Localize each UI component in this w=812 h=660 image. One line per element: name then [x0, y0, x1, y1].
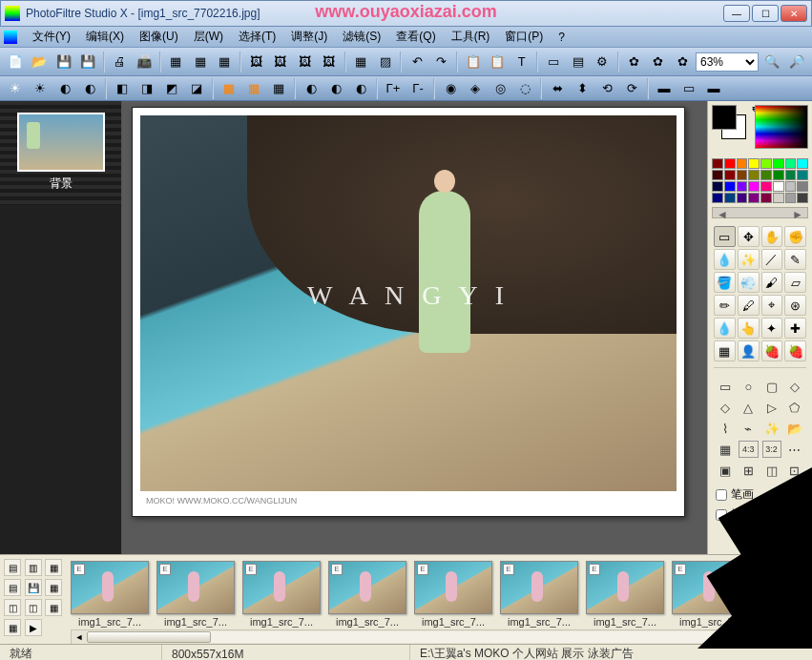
polyline-shape-icon[interactable]: ⌁ [739, 420, 758, 437]
polygon-shape-icon[interactable]: ⬠ [785, 399, 804, 416]
color-spectrum[interactable] [755, 105, 808, 149]
thumbnail-item[interactable]: img1_src_7... [242, 561, 321, 628]
gamma-auto-minus-icon[interactable]: Γ- [406, 77, 429, 100]
marquee-icon[interactable]: ◫ [762, 462, 781, 479]
triangle-shape-icon[interactable]: △ [739, 399, 758, 416]
print-icon[interactable]: 🖨 [109, 51, 131, 73]
thumbnail-item[interactable]: img1_src_7... [71, 561, 149, 628]
saturation-minus-icon[interactable]: ◩ [160, 77, 183, 100]
art-tool-icon[interactable]: 🍓 [784, 340, 806, 361]
fgbg-swatch[interactable]: ⇄ [712, 105, 748, 141]
smudge-tool-icon[interactable]: 👆 [738, 318, 760, 339]
brightness-plus-icon[interactable]: ☀ [29, 77, 52, 100]
menu-image[interactable]: 图像(U) [132, 29, 186, 45]
pen-tool-icon[interactable]: ✎ [784, 249, 806, 270]
palette-swatch[interactable] [748, 170, 760, 180]
scan-icon[interactable]: 📠 [133, 51, 155, 73]
thumbnail-item[interactable]: img1_src_7... [586, 561, 664, 628]
copy-icon[interactable]: 📋 [462, 51, 484, 73]
rect-shape-icon[interactable]: ▭ [716, 378, 735, 395]
stamp-tool-icon[interactable]: ⊛ [784, 295, 806, 316]
new-icon[interactable]: 📄 [4, 51, 26, 73]
image-canvas[interactable]: W A N G Y I [140, 115, 677, 491]
negative-icon[interactable]: ◐ [349, 77, 372, 100]
palette-swatch[interactable] [748, 181, 760, 192]
palette-swatch[interactable] [737, 193, 748, 203]
spray-tool-icon[interactable]: 💨 [738, 272, 760, 293]
eraser-tool-icon[interactable]: ▱ [784, 272, 806, 293]
gradient-icon[interactable]: ▬ [653, 77, 676, 100]
triangle2-shape-icon[interactable]: ▷ [762, 399, 781, 416]
palette-swatch[interactable] [760, 181, 772, 192]
palette-swatch[interactable] [797, 193, 808, 203]
palette-swatch[interactable] [712, 193, 723, 203]
bucket-tool-icon[interactable]: 🪣 [714, 272, 736, 293]
saveas-icon[interactable]: 💾 [76, 51, 98, 73]
close-button[interactable]: ✕ [781, 5, 807, 22]
paste-icon[interactable]: 📋 [487, 51, 509, 73]
diamond-shape-icon[interactable]: ◇ [716, 399, 735, 416]
menu-view[interactable]: 查看(Q) [388, 29, 443, 45]
transparency-icon[interactable]: ▨ [374, 51, 396, 73]
flip-h-icon[interactable]: ⬌ [546, 77, 569, 100]
thumb-tool-icon[interactable]: ▶ [25, 619, 42, 636]
thumbnail-item[interactable]: img1_src_7... [414, 561, 492, 628]
canvas-size-icon[interactable]: ▦ [189, 51, 211, 73]
retouch-tool-icon[interactable]: ✦ [761, 318, 783, 339]
undo-icon[interactable]: ↶ [406, 51, 427, 73]
gamma-minus-icon[interactable]: ◧ [111, 77, 134, 100]
flip-v-icon[interactable]: ⬍ [571, 77, 593, 100]
brightness-minus-icon[interactable]: ☀ [4, 77, 27, 100]
pencil-tool-icon[interactable]: ✏ [714, 295, 736, 316]
hue-icon[interactable]: ▦ [267, 77, 290, 100]
thumbnail-item[interactable]: img1_src_7... [156, 561, 235, 628]
palette-swatch[interactable] [724, 181, 736, 192]
text-icon[interactable]: T [510, 51, 532, 73]
rgb-icon[interactable]: ▦ [350, 51, 372, 73]
palette-swatch[interactable] [737, 170, 748, 180]
fullscreen-icon[interactable]: 🖼 [318, 51, 340, 73]
wand-shape-icon[interactable]: ✨ [762, 420, 781, 437]
ellipse-shape-icon[interactable]: ○ [739, 378, 758, 395]
palette-swatch[interactable] [724, 158, 736, 169]
clone-tool-icon[interactable]: ⌖ [761, 295, 783, 316]
eyedropper-tool-icon[interactable]: 💧 [714, 249, 736, 270]
menu-select[interactable]: 选择(T) [231, 29, 283, 45]
rotate-right-icon[interactable]: ⟳ [620, 77, 643, 100]
minimize-button[interactable]: — [723, 5, 750, 22]
palette-swatch[interactable] [748, 158, 760, 169]
thumb-tool-icon[interactable]: ▦ [45, 559, 62, 576]
heal-tool-icon[interactable]: ✚ [784, 318, 806, 339]
redo-icon[interactable]: ↷ [430, 51, 452, 73]
pan-tool-icon[interactable]: ✊ [784, 226, 806, 247]
palette-scroll[interactable]: ◄► [712, 207, 808, 218]
palette-swatch[interactable] [797, 158, 808, 169]
blur-tool-icon[interactable]: 💧 [714, 318, 736, 339]
deform-tool-icon[interactable]: ▦ [714, 340, 736, 361]
scroll-left-icon[interactable]: ◄ [72, 630, 87, 644]
advbrush-tool-icon[interactable]: 🖊 [738, 295, 760, 316]
menu-tools[interactable]: 工具(R) [444, 29, 498, 45]
menu-edit[interactable]: 编辑(X) [78, 29, 132, 45]
palette-swatch[interactable] [760, 170, 772, 180]
image-window[interactable]: W A N G Y I MOKO! WWW.MOKO.CC/WANGLIJUN [132, 107, 685, 517]
gamma-plus-icon[interactable]: ◨ [135, 77, 158, 100]
palette-swatch[interactable] [785, 170, 797, 180]
thumb-tool-icon[interactable]: ▦ [4, 619, 21, 636]
rhombus-shape-icon[interactable]: ◇ [785, 378, 804, 395]
plugin3-icon[interactable]: ✿ [672, 51, 694, 73]
system-menu-icon[interactable] [4, 31, 17, 44]
thumb-tool-icon[interactable]: 💾 [25, 579, 42, 596]
menu-filter[interactable]: 滤镜(S) [335, 29, 388, 45]
maximize-button[interactable]: ☐ [752, 5, 779, 22]
image-size-icon[interactable]: ▦ [165, 51, 187, 73]
thumbnail-image[interactable] [586, 561, 664, 614]
rotate-left-icon[interactable]: ⟲ [595, 77, 618, 100]
thumbnail-image[interactable] [328, 561, 406, 614]
layers-icon[interactable]: ▤ [567, 51, 589, 73]
stroke-checkbox[interactable] [716, 489, 727, 501]
layer-thumbnail[interactable] [17, 113, 105, 172]
contrast-minus-icon[interactable]: ◐ [53, 77, 76, 100]
sharpen-icon[interactable]: ◈ [464, 77, 487, 100]
thumb-tool-icon[interactable]: ▦ [45, 599, 62, 616]
